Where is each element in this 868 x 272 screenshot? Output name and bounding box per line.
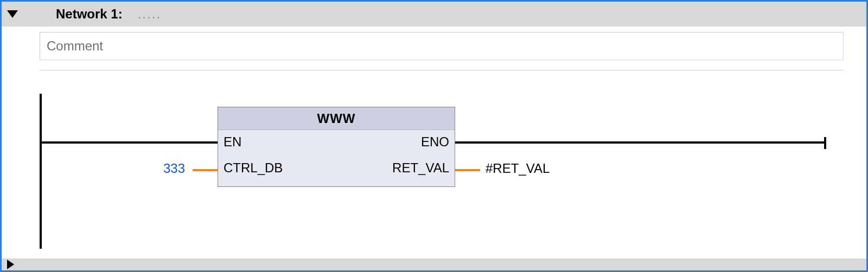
- param-wire-ret-val: [455, 169, 480, 171]
- function-block-title: WWW: [218, 107, 455, 130]
- rung-end-cap: [824, 137, 826, 149]
- network-header: Network 1: .....: [2, 2, 866, 27]
- network-title[interactable]: Network 1:: [56, 7, 123, 22]
- rung-wire-left: [41, 141, 218, 144]
- param-target-ret-val[interactable]: #RET_VAL: [486, 161, 550, 176]
- network-subtitle[interactable]: .....: [138, 7, 161, 22]
- pin-ctrl-db[interactable]: CTRL_DB: [224, 160, 283, 176]
- ladder-canvas[interactable]: 333 #RET_VAL WWW EN ENO CTRL_DB RET_VAL: [2, 83, 866, 270]
- pin-ret-val[interactable]: RET_VAL: [392, 160, 449, 176]
- editor-viewport: Network 1: ..... 333 #RET_VAL WWW EN ENO…: [0, 0, 868, 272]
- separator: [40, 70, 844, 70]
- next-network-header[interactable]: [2, 258, 866, 270]
- expand-toggle-icon[interactable]: [7, 260, 14, 269]
- param-wire-ctrl-db: [193, 169, 218, 171]
- comment-area: [2, 27, 866, 60]
- pin-en[interactable]: EN: [224, 134, 241, 150]
- comment-input[interactable]: [40, 32, 844, 60]
- pin-eno[interactable]: ENO: [421, 134, 449, 150]
- function-block-body: EN ENO CTRL_DB RET_VAL: [218, 130, 455, 186]
- function-block[interactable]: WWW EN ENO CTRL_DB RET_VAL: [218, 107, 455, 187]
- rung-wire-right: [455, 141, 824, 144]
- collapse-toggle-icon[interactable]: [7, 10, 18, 18]
- power-rail: [40, 94, 42, 249]
- param-value-ctrl-db[interactable]: 333: [163, 161, 185, 176]
